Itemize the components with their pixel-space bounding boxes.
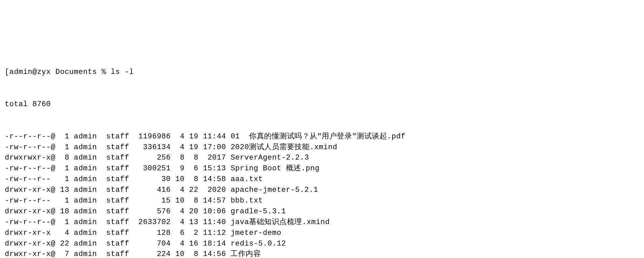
- list-item: drwxr-xr-x 4 admin staff 128 6 2 11:12 j…: [5, 228, 639, 239]
- list-item: -rw-r--r--@ 1 admin staff 2633702 4 13 1…: [5, 217, 639, 228]
- list-item: -r--r--r--@ 1 admin staff 1196986 4 19 1…: [5, 131, 639, 142]
- list-item: drwxr-xr-x@ 7 admin staff 224 10 8 14:56…: [5, 249, 639, 258]
- list-item: -rw-r--r-- 1 admin staff 15 10 8 14:57 b…: [5, 196, 639, 206]
- list-item: drwxr-xr-x@ 13 admin staff 416 4 22 2020…: [5, 185, 639, 196]
- terminal-output[interactable]: [admin@zyx Documents % ls -l total 8760 …: [5, 46, 639, 258]
- list-item: -rw-r--r--@ 1 admin staff 300251 9 6 15:…: [5, 163, 639, 174]
- list-item: drwxr-xr-x@ 18 admin staff 576 4 20 10:0…: [5, 206, 639, 217]
- file-listing: -r--r--r--@ 1 admin staff 1196986 4 19 1…: [5, 131, 639, 258]
- list-item: drwxr-xr-x@ 22 admin staff 704 4 16 18:1…: [5, 239, 639, 249]
- list-item: drwxrwxr-x@ 8 admin staff 256 8 8 2017 S…: [5, 153, 639, 163]
- list-item: -rw-r--r-- 1 admin staff 30 10 8 14:58 a…: [5, 174, 639, 185]
- list-item: -rw-r--r--@ 1 admin staff 336134 4 19 17…: [5, 142, 639, 153]
- total-line: total 8760: [5, 99, 639, 110]
- prompt-line: [admin@zyx Documents % ls -l: [5, 67, 639, 78]
